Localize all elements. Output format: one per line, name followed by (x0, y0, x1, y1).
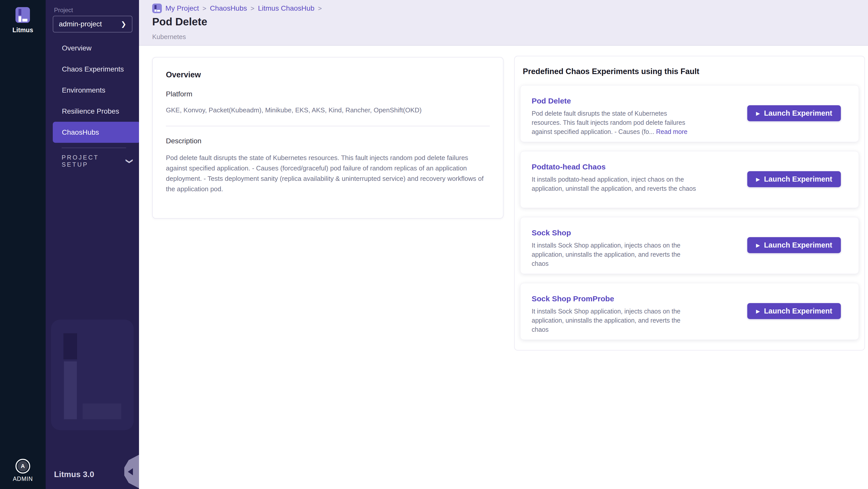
sidebar-item-label: Environments (62, 86, 105, 94)
project-setup-toggle[interactable]: PROJECT SETUP ❯ (62, 155, 133, 167)
bc-icon-dot (154, 5, 156, 9)
brand-name: Litmus (0, 26, 45, 34)
platform-value: GKE, Konvoy, Packet(Kubeadm), Minikube, … (166, 106, 483, 114)
breadcrumb: My Project > ChaosHubs > Litmus ChaosHub… (152, 4, 322, 13)
breadcrumb-chaoshubs[interactable]: ChaosHubs (210, 4, 247, 12)
sidebar-item-label: Chaos Experiments (62, 65, 124, 73)
logo-dot (19, 9, 21, 15)
collapse-arrow-icon (128, 468, 133, 475)
sidebar-collapse-button[interactable] (124, 455, 139, 488)
predefined-experiments-panel: Predefined Chaos Experiments using this … (514, 56, 865, 350)
sidebar-item-resilience-probes[interactable]: Resilience Probes (53, 101, 139, 122)
project-setup-label: PROJECT SETUP (62, 154, 127, 168)
launch-experiment-button[interactable]: ▶ Launch Experiment (747, 303, 841, 319)
experiment-title[interactable]: Sock Shop PromProbe (532, 295, 847, 303)
sidebar-item-environments[interactable]: Environments (53, 80, 139, 101)
sidebar-item-label: Resilience Probes (62, 107, 119, 115)
logo-foot (22, 19, 27, 22)
watermark-dot (63, 333, 77, 359)
project-selector[interactable]: admin-project ❯ (53, 16, 132, 32)
experiment-card-podtato-head: Podtato-head Chaos It installs podtato-h… (520, 151, 859, 208)
main-content: Overview Platform GKE, Konvoy, Packet(Ku… (139, 46, 868, 489)
launch-button-label: Launch Experiment (764, 241, 832, 249)
sidebar-item-label: Overview (62, 44, 92, 52)
launch-button-label: Launch Experiment (764, 175, 832, 183)
experiment-card-sock-shop: Sock Shop It installs Sock Shop applicat… (520, 217, 859, 274)
sidebar-item-chaos-experiments[interactable]: Chaos Experiments (53, 59, 139, 80)
page-subtitle: Kubernetes (152, 33, 186, 41)
chevron-right-icon: ❯ (121, 20, 126, 28)
experiment-description: It installs Sock Shop application, injec… (532, 241, 696, 268)
avatar-initial: A (18, 461, 28, 471)
left-rail: Litmus A ADMIN (0, 0, 45, 489)
breadcrumb-my-project[interactable]: My Project (165, 4, 199, 12)
breadcrumb-separator: > (251, 5, 254, 12)
account-section: A ADMIN (0, 459, 45, 482)
description-text: Pod delete fault disrupts the state of K… (166, 153, 486, 194)
page-header: My Project > ChaosHubs > Litmus ChaosHub… (139, 0, 868, 45)
bc-icon-foot (157, 10, 160, 12)
chevron-down-icon: ❯ (126, 158, 134, 164)
launch-experiment-button[interactable]: ▶ Launch Experiment (747, 105, 841, 121)
sidebar-item-chaoshubs[interactable]: ChaosHubs (53, 122, 139, 143)
watermark-stem (64, 361, 77, 419)
experiment-card-pod-delete: Pod Delete Pod delete fault disrupts the… (520, 85, 859, 142)
play-icon: ▶ (756, 177, 760, 182)
experiments-heading: Predefined Chaos Experiments using this … (523, 67, 859, 76)
experiment-description: Pod delete fault disrupts the state of K… (532, 109, 696, 136)
overview-divider (166, 126, 490, 126)
logo-stem (19, 16, 21, 22)
read-more-link[interactable]: Read more (656, 128, 688, 135)
sidebar-item-overview[interactable]: Overview (53, 37, 139, 59)
project-selector-value: admin-project (59, 20, 121, 28)
sidebar-divider (62, 148, 126, 148)
sidebar-nav: Overview Chaos Experiments Environments … (45, 37, 139, 143)
play-icon: ▶ (756, 111, 760, 116)
experiment-description: It installs Sock Shop application, injec… (532, 307, 696, 334)
litmus-watermark-logo (51, 319, 134, 430)
launch-experiment-button[interactable]: ▶ Launch Experiment (747, 237, 841, 253)
watermark-foot (83, 403, 121, 419)
play-icon: ▶ (756, 309, 760, 314)
fault-overview-card: Overview Platform GKE, Konvoy, Packet(Ku… (152, 57, 503, 219)
experiment-description: It installs podtato-head application, in… (532, 175, 696, 193)
experiment-title[interactable]: Pod Delete (532, 97, 847, 105)
breadcrumb-separator: > (203, 5, 206, 12)
breadcrumb-separator: > (318, 5, 322, 12)
admin-label: ADMIN (0, 476, 45, 482)
sidebar-item-label: ChaosHubs (62, 128, 99, 136)
bc-icon-stem (154, 10, 156, 12)
experiment-title[interactable]: Podtato-head Chaos (532, 162, 847, 171)
launch-button-label: Launch Experiment (764, 307, 832, 315)
launch-experiment-button[interactable]: ▶ Launch Experiment (747, 171, 841, 187)
project-label: Project (54, 7, 73, 14)
version-label: Litmus 3.0 (54, 470, 94, 479)
play-icon: ▶ (756, 243, 760, 248)
experiment-card-sock-shop-promprobe: Sock Shop PromProbe It installs Sock Sho… (520, 283, 859, 340)
description-label: Description (166, 137, 490, 145)
sidebar: Project admin-project ❯ Overview Chaos E… (45, 0, 139, 489)
platform-label: Platform (166, 90, 490, 98)
breadcrumb-litmus-icon (152, 4, 162, 13)
experiment-title[interactable]: Sock Shop (532, 228, 847, 237)
breadcrumb-litmus-chaoshub[interactable]: Litmus ChaosHub (258, 4, 314, 12)
launch-button-label: Launch Experiment (764, 109, 832, 117)
avatar[interactable]: A (16, 459, 30, 473)
page-title: Pod Delete (152, 16, 207, 28)
litmus-logo-icon[interactable] (16, 7, 30, 23)
overview-heading: Overview (166, 70, 490, 80)
